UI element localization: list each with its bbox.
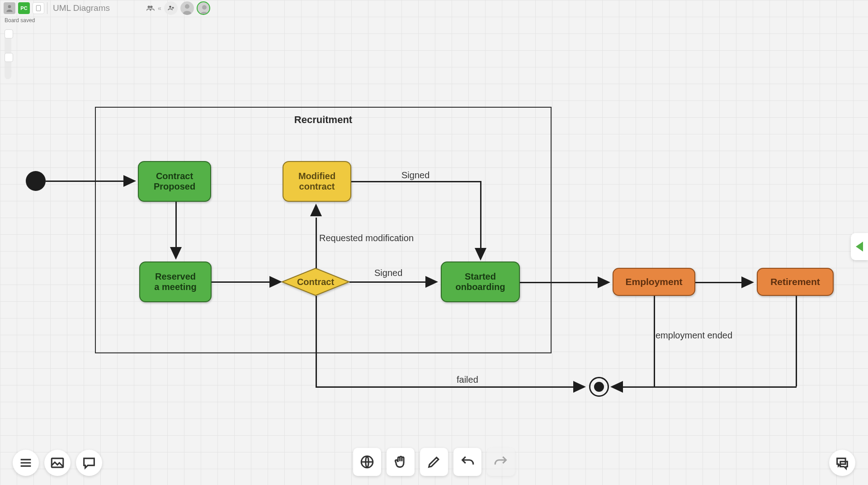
node-modified-contract[interactable]: Modified contract	[283, 161, 351, 202]
chat-icon	[835, 455, 850, 471]
edge-employment-down[interactable]	[654, 296, 655, 386]
menu-button[interactable]	[13, 450, 39, 476]
svg-point-6	[202, 5, 207, 10]
edge-retirement-left[interactable]	[623, 386, 797, 388]
edge-modified-down[interactable]	[480, 181, 481, 248]
label-failed: failed	[457, 375, 478, 385]
arrow-onboarding-to-employment	[598, 276, 610, 288]
arrow-contract-to-modified	[310, 204, 322, 216]
edge-modified-right[interactable]	[351, 181, 481, 182]
undo-button[interactable]	[453, 448, 481, 476]
node-reserved-meeting[interactable]: Reserved a meeting	[139, 262, 212, 302]
presence-avatar-2[interactable]	[197, 1, 210, 15]
menu-icon	[18, 455, 33, 471]
initial-state[interactable]	[26, 171, 46, 191]
edge-onboarding-to-employment[interactable]	[520, 282, 598, 283]
svg-point-2	[148, 5, 151, 8]
comment-icon	[81, 455, 97, 471]
edge-employment-to-retirement[interactable]	[695, 282, 741, 283]
frame-title: Recruitment	[294, 114, 352, 126]
toolbar-right	[829, 450, 855, 476]
svg-point-4	[169, 5, 171, 8]
zoom-slider-thumb-bottom[interactable]	[5, 53, 13, 62]
arrow-contract-to-onboarding	[425, 276, 438, 288]
edge-retirement-down[interactable]	[796, 296, 797, 386]
arrow-to-onboarding-top	[475, 248, 486, 261]
svg-rect-1	[36, 5, 40, 11]
label-signed-mid: Signed	[374, 268, 402, 278]
edge-proposed-down[interactable]	[175, 202, 177, 247]
pencil-icon	[426, 454, 442, 470]
add-user-icon	[167, 4, 175, 12]
edit-button[interactable]	[420, 448, 448, 476]
node-employment[interactable]: Employment	[613, 268, 695, 296]
header-bar: PC «	[0, 0, 868, 16]
arrow-employment-to-retirement	[741, 276, 754, 288]
redo-icon	[493, 454, 509, 470]
label-employment-ended: employment ended	[656, 330, 732, 341]
node-contract-label: Contract	[282, 268, 349, 296]
hand-icon	[393, 454, 408, 470]
label-requested-mod: Requested modification	[319, 233, 414, 243]
edge-contract-up[interactable]	[316, 218, 317, 268]
svg-point-5	[185, 4, 189, 9]
board-title-input[interactable]	[52, 3, 142, 14]
edge-contract-down[interactable]	[316, 296, 317, 386]
label-signed-top: Signed	[401, 170, 429, 181]
image-icon	[50, 455, 65, 471]
blank-page-icon	[35, 4, 42, 12]
arrow-meeting-to-contract	[269, 276, 282, 288]
undo-icon	[460, 454, 475, 470]
chat-button[interactable]	[829, 450, 855, 476]
arrow-initial-to-proposed	[123, 175, 136, 187]
presence-avatar-1[interactable]	[180, 1, 194, 15]
save-status: Board saved	[5, 17, 35, 24]
person-icon	[198, 2, 210, 15]
zoom-slider-thumb-top[interactable]	[5, 29, 13, 38]
edge-meeting-to-contract[interactable]	[212, 281, 269, 283]
node-contract-decision[interactable]: Contract	[282, 268, 349, 296]
edge-initial-to-proposed[interactable]	[46, 181, 123, 182]
collapse-chevron-icon[interactable]: «	[158, 5, 161, 12]
owner-avatar[interactable]	[4, 2, 15, 14]
frame-recruitment[interactable]: Recruitment	[95, 107, 552, 353]
add-user-button[interactable]	[164, 1, 178, 15]
arrow-proposed-to-meeting	[170, 247, 182, 260]
globe-button[interactable]	[353, 448, 381, 476]
arrow-failed-to-final	[573, 381, 586, 393]
image-button[interactable]	[44, 450, 71, 476]
zoom-slider[interactable]	[5, 29, 11, 79]
redo-button[interactable]	[487, 448, 515, 476]
collapse-icon	[856, 242, 863, 252]
person-icon	[5, 4, 14, 13]
arrow-employment-to-final	[610, 381, 623, 393]
initials-avatar[interactable]: PC	[18, 2, 30, 14]
edge-failed-right[interactable]	[316, 386, 573, 388]
edge-contract-to-onboarding[interactable]	[349, 281, 425, 283]
toolbar-left	[13, 450, 102, 476]
node-started-onboarding[interactable]: Started onboarding	[441, 262, 520, 302]
svg-point-3	[150, 5, 153, 8]
node-retirement[interactable]: Retirement	[757, 268, 834, 296]
comment-button[interactable]	[76, 450, 102, 476]
group-icon[interactable]	[145, 3, 155, 13]
blank-page-button[interactable]	[33, 2, 44, 14]
node-contract-proposed[interactable]: Contract Proposed	[138, 161, 211, 202]
divider	[47, 2, 47, 14]
svg-point-0	[8, 5, 11, 8]
globe-icon	[359, 454, 375, 470]
hand-button[interactable]	[387, 448, 415, 476]
person-icon	[180, 1, 194, 15]
toolbar-center	[353, 448, 515, 476]
final-state[interactable]	[589, 377, 609, 397]
panel-collapse-tab[interactable]	[851, 233, 868, 260]
